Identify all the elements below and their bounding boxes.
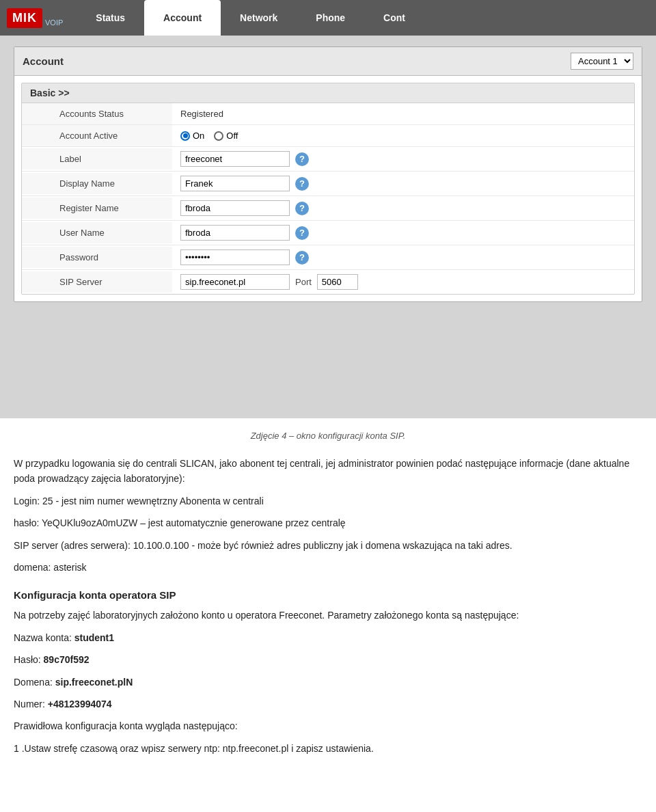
- body-paragraph-5: domena: asterisk: [14, 560, 642, 575]
- label-sip-server: SIP Server: [22, 271, 172, 293]
- basic-section: Basic >> Accounts Status Registered Acco…: [21, 83, 635, 295]
- label-input[interactable]: [180, 151, 290, 167]
- account-panel-header: Account Account 1: [14, 47, 642, 76]
- radio-off-dot[interactable]: [214, 131, 223, 141]
- radio-off-label: Off: [226, 131, 238, 141]
- form-rows: Accounts Status Registered Account Activ…: [22, 103, 634, 294]
- nav-tab-account[interactable]: Account: [144, 0, 221, 36]
- logo: MIK: [7, 8, 42, 28]
- account-panel: Account Account 1 Basic >> Accounts Stat…: [14, 46, 642, 302]
- value-password: ?: [172, 245, 634, 269]
- label-password: Password: [22, 247, 172, 268]
- account-panel-title: Account: [23, 55, 64, 67]
- accounts-status-value: Registered: [180, 109, 223, 119]
- radio-off[interactable]: Off: [214, 131, 238, 141]
- main-content: Account Account 1 Basic >> Accounts Stat…: [0, 36, 656, 418]
- password-value: 89c70f592: [44, 654, 90, 665]
- form-row-accounts-status: Accounts Status Registered: [22, 103, 634, 125]
- register-name-input[interactable]: [180, 200, 290, 216]
- account-select[interactable]: Account 1: [571, 53, 633, 70]
- user-name-input[interactable]: [180, 225, 290, 241]
- nav-tabs: Status Account Network Phone Cont: [77, 0, 424, 36]
- basic-section-header: Basic >>: [22, 83, 634, 103]
- body-paragraph-1: W przypadku logowania się do centrali SL…: [14, 456, 642, 487]
- register-name-help-icon[interactable]: ?: [295, 202, 309, 215]
- label-label: Label: [22, 148, 172, 170]
- display-name-input[interactable]: [180, 176, 290, 191]
- caption-area: Zdjęcie 4 – okno konfiguracji konta SIP.: [0, 418, 656, 456]
- value-display-name: ?: [172, 172, 634, 195]
- password-input[interactable]: [180, 249, 290, 265]
- form-row-sip-server: SIP Server Port: [22, 270, 634, 294]
- value-label: ?: [172, 147, 634, 171]
- caption: Zdjęcie 4 – okno konfiguracji konta SIP.: [14, 431, 642, 441]
- user-name-help-icon[interactable]: ?: [295, 226, 309, 240]
- form-row-password: Password ?: [22, 245, 634, 270]
- domain-line: Domena: sip.freeconet.plN: [14, 675, 642, 690]
- value-register-name: ?: [172, 196, 634, 220]
- radio-on[interactable]: On: [180, 131, 204, 141]
- logo-sub: VOIP: [45, 18, 63, 27]
- account-dropdown-area: Account 1: [571, 53, 633, 70]
- display-name-help-icon[interactable]: ?: [295, 177, 309, 191]
- value-user-name: ?: [172, 221, 634, 245]
- body-paragraph-4: SIP server (adres serwera): 10.100.0.100…: [14, 538, 642, 553]
- password-help-icon[interactable]: ?: [295, 251, 309, 265]
- body-text: W przypadku logowania się do centrali SL…: [0, 456, 656, 776]
- form-row-account-active: Account Active On Off: [22, 125, 634, 147]
- number-value: +48123994074: [48, 699, 112, 709]
- label-display-name: Display Name: [22, 173, 172, 194]
- form-row-register-name: Register Name ?: [22, 196, 634, 221]
- password-label: Hasło:: [14, 654, 44, 665]
- form-row-label: Label ?: [22, 147, 634, 172]
- logo-area: MIK VOIP: [7, 8, 63, 28]
- account-name-line: Nazwa konta: student1: [14, 630, 642, 645]
- value-account-active: On Off: [172, 126, 634, 145]
- number-line: Numer: +48123994074: [14, 696, 642, 712]
- body-paragraph-2: Login: 25 - jest nim numer wewnętrzny Ab…: [14, 493, 642, 509]
- account-name-value: student1: [74, 632, 114, 643]
- nav-tab-status[interactable]: Status: [77, 0, 144, 36]
- domain-label: Domena:: [14, 677, 55, 688]
- port-label: Port: [295, 277, 312, 287]
- nav-tab-cont[interactable]: Cont: [364, 0, 424, 36]
- form-row-user-name: User Name ?: [22, 221, 634, 245]
- label-account-active: Account Active: [22, 125, 172, 146]
- sip-server-value-group: Port: [180, 274, 358, 290]
- body-paragraph-7: Prawidłowa konfiguracja konta wygląda na…: [14, 718, 642, 733]
- value-sip-server: Port: [172, 270, 634, 294]
- account-name-label: Nazwa konta:: [14, 632, 74, 643]
- body-paragraph-3: hasło: YeQUKlu9ozA0mUZW – jest automatyc…: [14, 515, 642, 530]
- top-navigation: MIK VOIP Status Account Network Phone Co…: [0, 0, 656, 36]
- domain-value: sip.freeconet.plN: [55, 677, 133, 688]
- value-accounts-status: Registered: [172, 105, 634, 123]
- account-active-radio-group: On Off: [180, 131, 238, 141]
- radio-on-dot[interactable]: [180, 131, 190, 141]
- password-line: Hasło: 89c70f592: [14, 652, 642, 667]
- label-help-icon[interactable]: ?: [295, 152, 309, 166]
- body-paragraph-6: Na potrzeby zajęć laboratoryjnych założo…: [14, 608, 642, 623]
- number-label: Numer:: [14, 699, 48, 709]
- body-paragraph-8: 1 .Ustaw strefę czasową oraz wpisz serwe…: [14, 741, 642, 756]
- radio-on-label: On: [193, 131, 204, 141]
- sip-server-input[interactable]: [180, 274, 290, 290]
- form-row-display-name: Display Name ?: [22, 172, 634, 196]
- label-accounts-status: Accounts Status: [22, 103, 172, 124]
- label-register-name: Register Name: [22, 198, 172, 219]
- nav-tab-network[interactable]: Network: [221, 0, 297, 36]
- nav-tab-phone[interactable]: Phone: [297, 0, 364, 36]
- section-heading: Konfiguracja konta operatora SIP: [14, 587, 642, 604]
- port-input[interactable]: [317, 274, 358, 290]
- label-user-name: User Name: [22, 222, 172, 243]
